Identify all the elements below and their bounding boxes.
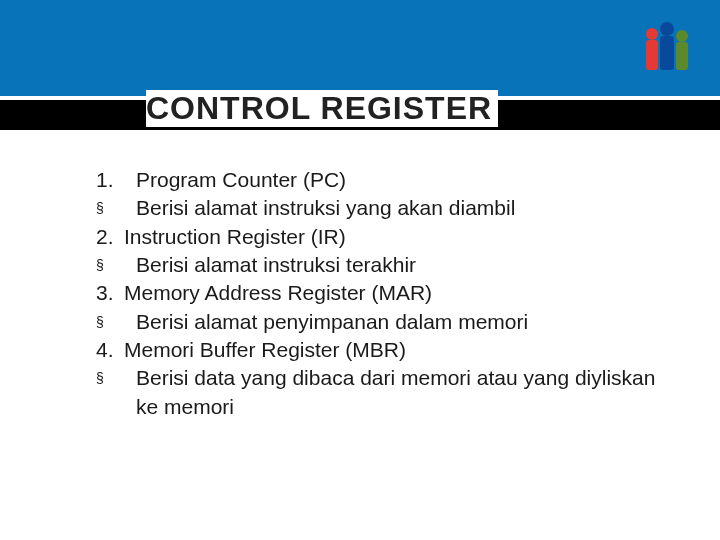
marker-number: 4. — [96, 336, 124, 364]
item-text: Program Counter (PC) — [136, 166, 670, 194]
marker-number: 1. — [96, 166, 136, 194]
list-item: 3. Memory Address Register (MAR) — [96, 279, 670, 307]
item-text: Berisi data yang dibaca dari memori atau… — [136, 364, 670, 421]
marker-bullet: § — [96, 251, 136, 279]
list-item: § Berisi alamat penyimpanan dalam memori — [96, 308, 670, 336]
page-title: CONTROL REGISTER — [146, 90, 498, 127]
svg-rect-0 — [646, 40, 658, 70]
item-text: Memory Address Register (MAR) — [124, 279, 670, 307]
header-bar — [0, 0, 720, 96]
item-text: Instruction Register (IR) — [124, 223, 670, 251]
marker-bullet: § — [96, 308, 136, 336]
logo-icon — [638, 18, 696, 76]
svg-rect-2 — [660, 36, 674, 70]
list-item: § Berisi data yang dibaca dari memori at… — [96, 364, 670, 421]
item-text: Berisi alamat instruksi terakhir — [136, 251, 670, 279]
list-item: 1. Program Counter (PC) — [96, 166, 670, 194]
marker-number: 3. — [96, 279, 124, 307]
list-item: 2. Instruction Register (IR) — [96, 223, 670, 251]
svg-rect-4 — [676, 42, 688, 70]
title-wrap: CONTROL REGISTER — [0, 90, 720, 127]
list-item: 4. Memori Buffer Register (MBR) — [96, 336, 670, 364]
marker-bullet: § — [96, 364, 136, 421]
marker-number: 2. — [96, 223, 124, 251]
item-text: Memori Buffer Register (MBR) — [124, 336, 670, 364]
item-text: Berisi alamat instruksi yang akan diambi… — [136, 194, 670, 222]
svg-point-1 — [646, 28, 658, 40]
list-item: § Berisi alamat instruksi terakhir — [96, 251, 670, 279]
list-item: § Berisi alamat instruksi yang akan diam… — [96, 194, 670, 222]
svg-point-3 — [660, 22, 674, 36]
item-text: Berisi alamat penyimpanan dalam memori — [136, 308, 670, 336]
marker-bullet: § — [96, 194, 136, 222]
svg-point-5 — [676, 30, 688, 42]
content-list: 1. Program Counter (PC) § Berisi alamat … — [96, 166, 670, 421]
